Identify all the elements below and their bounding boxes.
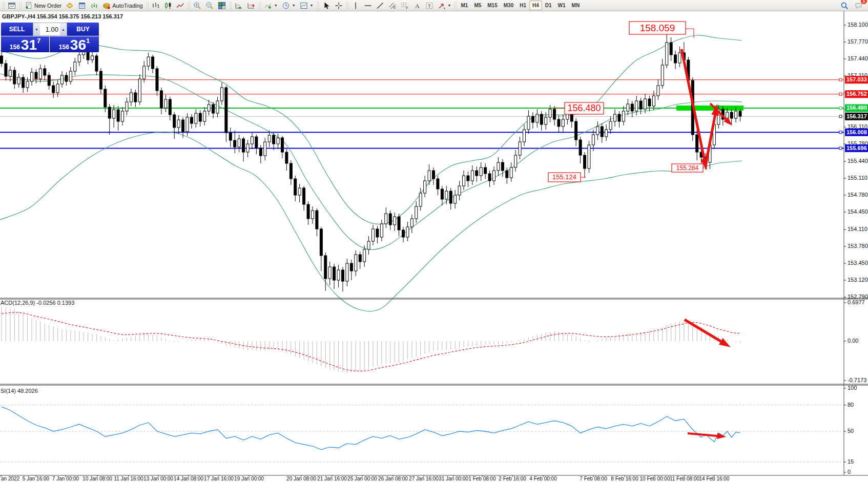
periods-button[interactable]: ▼ [280,0,298,11]
signal-icon [90,2,98,10]
tiles-icon [218,2,226,10]
text-label-button[interactable]: T [423,0,436,11]
arrows-button[interactable]: ▼ [436,0,453,11]
volume-increase-button[interactable]: ▲ [60,23,67,35]
buy-button[interactable]: BUY [67,23,99,36]
price-tick-label: 154.780 [848,192,868,198]
toolbar-grip [229,2,232,9]
svg-text:156.752: 156.752 [846,91,867,97]
time-tick-label: 14 Jan 08:00 [174,476,203,481]
sell-price-small: 156 [10,44,20,51]
vline-icon [352,2,360,10]
chart-window-button[interactable] [6,0,18,11]
line-chart-button[interactable] [174,0,187,11]
time-axis[interactable]: an 20225 Jan 16:007 Jan 00:0010 Jan 08:0… [1,475,730,481]
new-order-button[interactable]: New Order [23,0,64,11]
buy-price-display[interactable]: 156 36 1 [50,36,99,52]
price-tick-label: 153.450 [848,260,868,266]
annotation-155-124[interactable]: 155.124 [548,173,586,182]
auto-scroll-button[interactable] [233,0,245,11]
toolbar-grip [258,2,261,9]
mt4-window: 158.059156.480155.124155.284158.100157.7… [0,0,868,482]
scale-tick-label: 0 [848,469,851,475]
tile-windows-button[interactable] [216,0,228,11]
equidistant-channel-button[interactable]: E [386,0,399,11]
crosshair-button[interactable] [333,0,345,11]
fibonacci-button[interactable]: F [399,0,411,11]
green-highlight-zone[interactable] [676,106,743,111]
svg-text:156.317: 156.317 [846,113,867,119]
timeframe-m1-button[interactable]: M1 [458,1,471,10]
time-tick-label: 17 Jan 16:00 [204,476,234,481]
trend-icon [376,2,384,10]
time-tick-label: 10 Jan 08:00 [82,476,112,481]
sell-button[interactable]: SELL [1,23,33,36]
time-tick-label: 10 Feb 00:00 [640,476,670,481]
textT-icon: T [425,2,433,10]
one-click-trading-panel: SELL ▼ 1.00 ▲ BUY 156 31 7 156 36 1 [1,23,99,52]
timeframe-mn-button[interactable]: MN [569,1,583,10]
chart-canvas[interactable]: 158.059156.480155.124155.284158.100157.7… [0,0,868,482]
time-tick-label: 25 Jan 00:00 [347,476,377,481]
scale-tick-label: 0.00 [848,338,858,344]
volume-decrease-button[interactable]: ▼ [33,23,40,35]
data-window-button[interactable] [76,0,88,11]
bars-icon [152,2,160,10]
toolbar-grip [317,2,319,9]
time-tick-label: 11 Jan 16:00 [114,476,143,481]
chartwin-icon [8,2,16,10]
time-tick-label: 26 Jan 08:00 [378,476,408,481]
annotation-155-284[interactable]: 155.284 [672,164,707,172]
text-button[interactable]: A [411,0,423,11]
market-watch-button[interactable] [64,0,76,11]
svg-text:155.696: 155.696 [846,145,867,151]
trendline-button[interactable] [374,0,386,11]
timeframe-m15-button[interactable]: M15 [484,1,500,10]
toolbar-grip [346,2,348,9]
timeframe-h4-button[interactable]: H4 [529,1,542,10]
timeframe-m30-button[interactable]: M30 [501,1,516,10]
timeframe-h1-button[interactable]: H1 [516,1,529,10]
svg-text:155.124: 155.124 [552,173,576,181]
timeframe-w1-button[interactable]: W1 [555,1,569,10]
cursor-button[interactable] [320,0,333,11]
timeframe-m5-button[interactable]: M5 [471,1,484,10]
price-tick-label: 153.780 [848,243,868,249]
bar-chart-button[interactable] [150,0,162,11]
candle [138,74,141,105]
svg-text:156.008: 156.008 [846,129,867,135]
time-tick-label: 31 Jan 00:00 [439,476,468,481]
search-button[interactable] [838,0,851,11]
signals-button[interactable] [88,0,100,11]
price-tick-label: 154.110 [848,226,867,232]
notification-badge: 1 [861,0,867,4]
zoom-in-button[interactable] [191,0,203,11]
autotrading-icon [102,2,111,10]
sell-price-display[interactable]: 156 31 7 [1,36,49,52]
autotrading-button[interactable]: AutoTrading [100,0,145,11]
toolbar-grip [454,2,457,9]
gold-icon [66,2,74,10]
volume-value[interactable]: 1.00 [40,23,60,35]
time-tick-label: 11 Feb 08:00 [670,476,700,481]
time-tick-label: 20 Jan 08:00 [286,476,316,481]
vertical-line-button[interactable] [349,0,362,11]
timeframe-d1-button[interactable]: D1 [542,1,555,10]
chevron-down-icon: ▼ [274,4,278,7]
candlestick-chart-button[interactable] [162,0,174,11]
template-icon [300,2,308,10]
price-tick-label: 153.120 [848,277,868,283]
time-tick-label: 13 Jan 00:00 [143,476,173,481]
chart-shift-button[interactable] [245,0,257,11]
indicators-button[interactable]: ▼ [262,0,280,11]
zoomout-icon [205,2,214,10]
indicators-icon [264,2,272,10]
zoom-out-button[interactable] [203,0,216,11]
templates-button[interactable]: ▼ [298,0,316,11]
time-tick-label: 21 Jan 16:00 [317,476,347,481]
macd-indicator-label: ACD(12,26,9) -0.0256 0.1393 [1,300,74,306]
svg-text:F: F [406,6,408,10]
horizontal-line-button[interactable] [362,0,374,11]
svg-text:156.480: 156.480 [846,104,867,111]
candle [588,141,590,173]
